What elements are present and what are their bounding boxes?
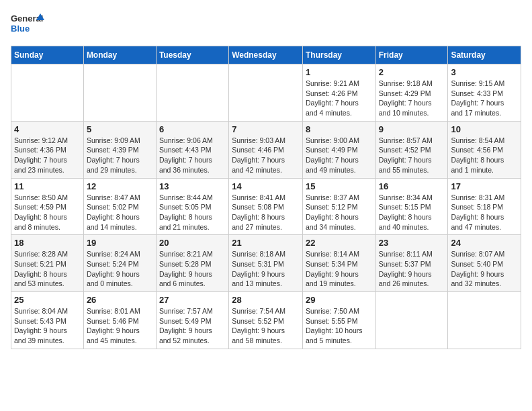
day-info: Sunrise: 8:01 AM Sunset: 5:46 PM Dayligh… xyxy=(87,306,153,346)
day-info: Sunrise: 8:21 AM Sunset: 5:28 PM Dayligh… xyxy=(159,249,226,289)
day-info: Sunrise: 8:41 AM Sunset: 5:08 PM Dayligh… xyxy=(232,193,300,232)
day-number: 20 xyxy=(159,238,226,248)
day-info: Sunrise: 9:09 AM Sunset: 4:39 PM Dayligh… xyxy=(87,136,153,175)
svg-text:Blue: Blue xyxy=(11,24,30,34)
calendar-body: 1Sunrise: 9:21 AM Sunset: 4:26 PM Daylig… xyxy=(11,64,521,349)
day-number: 13 xyxy=(159,181,226,191)
calendar-cell: 8Sunrise: 9:00 AM Sunset: 4:49 PM Daylig… xyxy=(302,121,375,178)
day-info: Sunrise: 9:00 AM Sunset: 4:49 PM Dayligh… xyxy=(306,136,373,175)
day-info: Sunrise: 9:12 AM Sunset: 4:36 PM Dayligh… xyxy=(14,136,81,175)
calendar-cell: 24Sunrise: 8:07 AM Sunset: 5:40 PM Dayli… xyxy=(448,235,521,292)
day-info: Sunrise: 8:28 AM Sunset: 5:21 PM Dayligh… xyxy=(14,249,81,289)
day-info: Sunrise: 8:31 AM Sunset: 5:18 PM Dayligh… xyxy=(451,193,518,232)
calendar-week-row: 1Sunrise: 9:21 AM Sunset: 4:26 PM Daylig… xyxy=(11,64,521,122)
day-number: 11 xyxy=(14,181,81,191)
day-number: 9 xyxy=(379,124,445,134)
calendar-cell: 18Sunrise: 8:28 AM Sunset: 5:21 PM Dayli… xyxy=(11,235,84,292)
calendar-cell: 29Sunrise: 7:50 AM Sunset: 5:55 PM Dayli… xyxy=(302,292,375,349)
weekday-header: Monday xyxy=(83,46,156,64)
day-number: 24 xyxy=(451,238,518,248)
calendar-cell xyxy=(448,292,521,349)
calendar-cell xyxy=(229,64,303,122)
calendar-cell: 10Sunrise: 8:54 AM Sunset: 4:56 PM Dayli… xyxy=(448,121,521,178)
calendar-cell xyxy=(11,64,84,122)
day-number: 17 xyxy=(451,181,518,191)
calendar-cell: 3Sunrise: 9:15 AM Sunset: 4:33 PM Daylig… xyxy=(448,64,521,122)
calendar-week-row: 18Sunrise: 8:28 AM Sunset: 5:21 PM Dayli… xyxy=(11,235,521,292)
day-number: 25 xyxy=(14,295,81,305)
page-header: General Blue xyxy=(11,11,521,38)
day-number: 29 xyxy=(306,295,373,305)
weekday-header: Thursday xyxy=(302,46,375,64)
calendar-cell: 23Sunrise: 8:11 AM Sunset: 5:37 PM Dayli… xyxy=(375,235,448,292)
day-info: Sunrise: 9:06 AM Sunset: 4:43 PM Dayligh… xyxy=(159,136,226,175)
calendar-cell xyxy=(375,292,448,349)
weekday-header: Wednesday xyxy=(229,46,303,64)
day-info: Sunrise: 8:44 AM Sunset: 5:05 PM Dayligh… xyxy=(159,193,226,232)
day-info: Sunrise: 7:50 AM Sunset: 5:55 PM Dayligh… xyxy=(306,306,373,346)
calendar-cell: 19Sunrise: 8:24 AM Sunset: 5:24 PM Dayli… xyxy=(83,235,156,292)
day-number: 4 xyxy=(14,124,81,134)
weekday-header: Friday xyxy=(375,46,448,64)
calendar-cell: 25Sunrise: 8:04 AM Sunset: 5:43 PM Dayli… xyxy=(11,292,84,349)
day-number: 22 xyxy=(306,238,373,248)
day-number: 28 xyxy=(232,295,300,305)
day-number: 7 xyxy=(232,124,300,134)
calendar-table: SundayMondayTuesdayWednesdayThursdayFrid… xyxy=(11,46,521,349)
calendar-cell xyxy=(156,64,228,122)
day-info: Sunrise: 8:54 AM Sunset: 4:56 PM Dayligh… xyxy=(451,136,518,175)
day-number: 15 xyxy=(306,181,373,191)
logo-svg: General Blue xyxy=(11,11,44,38)
day-info: Sunrise: 8:11 AM Sunset: 5:37 PM Dayligh… xyxy=(379,249,445,289)
day-info: Sunrise: 8:07 AM Sunset: 5:40 PM Dayligh… xyxy=(451,249,518,289)
day-number: 6 xyxy=(159,124,226,134)
calendar-cell: 1Sunrise: 9:21 AM Sunset: 4:26 PM Daylig… xyxy=(302,64,375,122)
day-info: Sunrise: 8:50 AM Sunset: 4:59 PM Dayligh… xyxy=(14,193,81,232)
day-number: 14 xyxy=(232,181,300,191)
calendar-cell: 4Sunrise: 9:12 AM Sunset: 4:36 PM Daylig… xyxy=(11,121,84,178)
calendar-cell: 20Sunrise: 8:21 AM Sunset: 5:28 PM Dayli… xyxy=(156,235,228,292)
calendar-week-row: 25Sunrise: 8:04 AM Sunset: 5:43 PM Dayli… xyxy=(11,292,521,349)
day-info: Sunrise: 8:37 AM Sunset: 5:12 PM Dayligh… xyxy=(306,193,373,232)
calendar-cell: 14Sunrise: 8:41 AM Sunset: 5:08 PM Dayli… xyxy=(229,178,303,235)
calendar-cell: 7Sunrise: 9:03 AM Sunset: 4:46 PM Daylig… xyxy=(229,121,303,178)
weekday-header: Saturday xyxy=(448,46,521,64)
calendar-cell: 13Sunrise: 8:44 AM Sunset: 5:05 PM Dayli… xyxy=(156,178,228,235)
calendar-cell: 17Sunrise: 8:31 AM Sunset: 5:18 PM Dayli… xyxy=(448,178,521,235)
day-number: 10 xyxy=(451,124,518,134)
day-info: Sunrise: 8:04 AM Sunset: 5:43 PM Dayligh… xyxy=(14,306,81,346)
day-number: 18 xyxy=(14,238,81,248)
day-info: Sunrise: 9:21 AM Sunset: 4:26 PM Dayligh… xyxy=(306,79,373,118)
day-info: Sunrise: 8:34 AM Sunset: 5:15 PM Dayligh… xyxy=(379,193,445,232)
day-number: 2 xyxy=(379,67,445,77)
weekday-header: Tuesday xyxy=(156,46,228,64)
day-number: 21 xyxy=(232,238,300,248)
day-number: 8 xyxy=(306,124,373,134)
day-number: 27 xyxy=(159,295,226,305)
day-info: Sunrise: 7:54 AM Sunset: 5:52 PM Dayligh… xyxy=(232,306,300,346)
calendar-cell: 28Sunrise: 7:54 AM Sunset: 5:52 PM Dayli… xyxy=(229,292,303,349)
day-info: Sunrise: 9:03 AM Sunset: 4:46 PM Dayligh… xyxy=(232,136,300,175)
day-info: Sunrise: 8:57 AM Sunset: 4:52 PM Dayligh… xyxy=(379,136,445,175)
day-info: Sunrise: 7:57 AM Sunset: 5:49 PM Dayligh… xyxy=(159,306,226,346)
calendar-cell: 5Sunrise: 9:09 AM Sunset: 4:39 PM Daylig… xyxy=(83,121,156,178)
day-number: 3 xyxy=(451,67,518,77)
day-info: Sunrise: 8:47 AM Sunset: 5:02 PM Dayligh… xyxy=(87,193,153,232)
calendar-cell: 6Sunrise: 9:06 AM Sunset: 4:43 PM Daylig… xyxy=(156,121,228,178)
day-number: 16 xyxy=(379,181,445,191)
calendar-cell: 9Sunrise: 8:57 AM Sunset: 4:52 PM Daylig… xyxy=(375,121,448,178)
calendar-cell: 12Sunrise: 8:47 AM Sunset: 5:02 PM Dayli… xyxy=(83,178,156,235)
calendar-cell xyxy=(83,64,156,122)
calendar-cell: 26Sunrise: 8:01 AM Sunset: 5:46 PM Dayli… xyxy=(83,292,156,349)
weekday-header: Sunday xyxy=(11,46,84,64)
calendar-cell: 27Sunrise: 7:57 AM Sunset: 5:49 PM Dayli… xyxy=(156,292,228,349)
day-info: Sunrise: 9:18 AM Sunset: 4:29 PM Dayligh… xyxy=(379,79,445,118)
day-number: 23 xyxy=(379,238,445,248)
calendar-cell: 16Sunrise: 8:34 AM Sunset: 5:15 PM Dayli… xyxy=(375,178,448,235)
calendar-week-row: 11Sunrise: 8:50 AM Sunset: 4:59 PM Dayli… xyxy=(11,178,521,235)
calendar-week-row: 4Sunrise: 9:12 AM Sunset: 4:36 PM Daylig… xyxy=(11,121,521,178)
day-number: 5 xyxy=(87,124,153,134)
calendar-cell: 2Sunrise: 9:18 AM Sunset: 4:29 PM Daylig… xyxy=(375,64,448,122)
calendar-cell: 11Sunrise: 8:50 AM Sunset: 4:59 PM Dayli… xyxy=(11,178,84,235)
day-number: 1 xyxy=(306,67,373,77)
